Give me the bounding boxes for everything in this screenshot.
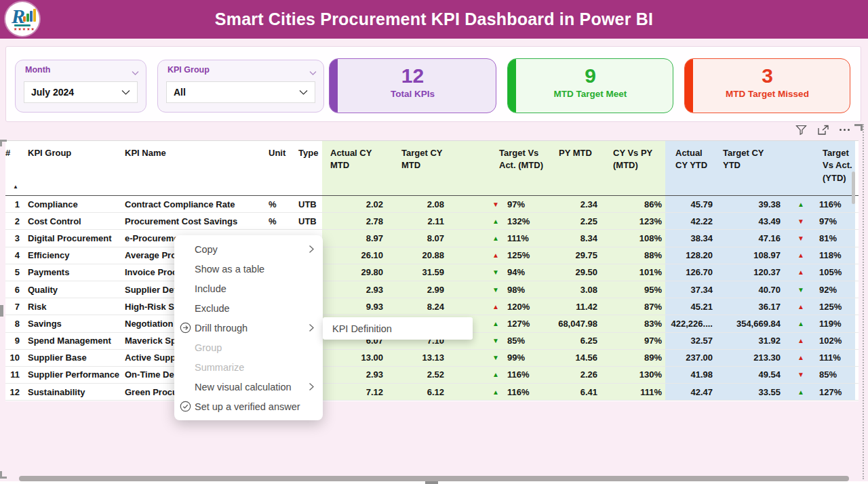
menu-item-label: Include [195,283,226,294]
row-number: 5 [5,264,22,281]
menu-item-group: Group [174,338,323,357]
spacer-cell [448,247,488,264]
actual-cy-mtd-cell: 8.97 [322,230,387,246]
logo-bar-icon [30,11,33,22]
filter-icon[interactable] [795,124,808,136]
resize-handle-top-right[interactable] [854,124,863,131]
cy-vs-py-cell: 83% [601,315,665,331]
kpi-group-dropdown-value: All [174,87,299,98]
column-header-kpi-name[interactable]: KPI Name [120,141,264,195]
mtd-arrow-icon: ▲ [488,367,503,383]
kpi-group-cell: Digital Procurement [22,230,120,246]
month-slicer-label: Month [25,65,50,75]
menu-item-include[interactable]: Include [174,279,323,298]
target-cy-mtd-cell: 2.52 [387,367,448,383]
menu-item-exclude[interactable]: Exclude [174,298,323,318]
menu-item-copy[interactable]: Copy [174,239,323,259]
column-header-py-mtd[interactable]: PY MTD [545,141,601,195]
mtd-variance-cell: 111% [503,230,545,246]
target-cy-mtd-cell: 2.99 [387,281,448,298]
page-scrollbar-thumb[interactable] [425,481,438,484]
mtd-arrow-icon: ▼ [488,196,503,212]
menu-item-set-up-a-verified-answer[interactable]: Set up a verified answer [174,397,323,416]
actual-cy-mtd-cell: 13.00 [322,350,387,366]
mtd-variance-cell: 116% [503,367,545,383]
table-row[interactable]: 5PaymentsInvoice Proce29.8031.59▼94%29.5… [5,264,859,281]
py-mtd-cell: 6.41 [545,384,601,400]
chevron-right-icon [309,245,315,254]
drill-through-submenu-item[interactable]: KPI Definition [323,317,473,340]
actual-cy-ytd-cell: 237.00 [665,350,716,366]
table-row[interactable]: 6QualitySupplier Defe2.932.99▼98%3.0895%… [5,281,859,298]
spacer-cell [448,230,488,246]
target-cy-mtd-cell: 8.24 [387,298,448,315]
chevron-down-icon[interactable] [132,66,139,79]
menu-item-new-visual-calculation[interactable]: New visual calculation [174,377,323,397]
column-header-kpi-group[interactable]: KPI Group [22,141,120,195]
kpi-group-cell: Spend Management [22,333,120,349]
visual-header-toolbar [795,124,851,136]
resize-handle-top-left[interactable] [0,140,7,146]
py-mtd-cell: 2.34 [545,196,601,212]
target-cy-ytd-cell: 40.70 [716,281,784,298]
chevron-down-icon[interactable] [309,66,317,79]
target-cy-mtd-cell: 31.59 [387,264,448,281]
menu-item-drill-through[interactable]: Drill through [174,318,323,338]
column-header-unit[interactable]: Unit [264,141,293,195]
table-row[interactable]: 1ComplianceContract Compliance Rate%UTB2… [5,196,859,213]
verified-answer-icon [180,401,195,412]
table-row[interactable]: 11Supplier PerformanceOn-Time Del2.932.5… [5,367,859,384]
column-header-target-cy-mtd[interactable]: Target CY MTD [387,141,448,195]
month-dropdown[interactable]: July 2024 [24,81,138,103]
py-mtd-cell: 68,047.98 [545,315,601,331]
column-header-target-vs-act-mtd[interactable]: Target Vs Act. (MTD) [488,141,545,195]
type-cell: UTB [293,213,322,229]
actual-cy-mtd-cell: 9.93 [322,298,387,315]
target-cy-ytd-cell: 120.37 [716,264,784,281]
target-cy-ytd-cell: 36.17 [716,298,784,315]
mtd-target-meet-card[interactable]: 9 MTD Target Meet [507,58,673,113]
table-vertical-scrollbar[interactable] [852,172,855,204]
spacer-cell [448,281,488,298]
spacer-cell [448,350,488,366]
column-header-target-cy-ytd[interactable]: Target CY YTD [716,141,784,195]
column-header-actual-cy-ytd[interactable]: Actual CY YTD [665,141,716,195]
more-options-icon[interactable] [838,124,851,136]
kpi-group-cell: Payments [22,264,120,281]
focus-mode-icon[interactable] [816,124,829,136]
resize-handle-bottom-left[interactable] [0,471,7,479]
table-row[interactable]: 12SustainabilityGreen Procur7.126.12▲116… [5,384,859,401]
py-mtd-cell: 29.75 [545,247,601,264]
table-row[interactable]: 2Cost ControlProcurement Cost Savings%UT… [5,213,859,230]
card-accent-bar [685,59,693,113]
target-cy-ytd-cell: 31.92 [716,333,784,349]
column-header-type[interactable]: Type [293,141,322,195]
table-row[interactable]: 3Digital Procuremente-Procurement Adopti… [5,230,859,247]
mtd-target-missed-card[interactable]: 3 MTD Target Missed [684,58,850,113]
column-header-actual-cy-mtd[interactable]: Actual CY MTD [322,141,387,195]
table-row[interactable]: 10Supplier BaseActive Suppli13.0013.13▼9… [5,350,859,367]
kpi-name-cell: Contract Compliance Rate [120,196,264,212]
table-row[interactable]: 7RiskHigh-Risk Su9.938.24▲120%11.4287%45… [5,298,859,315]
ytd-arrow-icon: ▲ [784,333,812,349]
resize-handle-middle-left[interactable] [0,305,3,317]
mtd-variance-cell: 94% [503,264,545,281]
kpi-group-dropdown[interactable]: All [166,81,315,103]
column-header-target-vs-act-ytd[interactable]: Target Vs Act. (YTD) [784,141,855,195]
table-row[interactable]: 4EfficiencyAverage Proc26.1020.88▲125%29… [5,247,859,264]
ytd-arrow-icon: ▲ [784,196,812,212]
menu-item-show-as-a-table[interactable]: Show as a table [174,259,323,279]
actual-cy-ytd-cell: 32.57 [665,333,716,349]
horizontal-scrollbar[interactable] [19,476,849,481]
total-kpis-card[interactable]: 12 Total KPIs [329,58,496,113]
ytd-arrow-icon: ▲ [784,384,812,400]
ytd-variance-cell: 119% [812,315,855,331]
sort-ascending-icon[interactable]: ▲ [13,184,18,190]
actual-cy-mtd-cell: 7.12 [322,384,387,400]
column-header-cy-vs-py-mtd[interactable]: CY Vs PY (MTD) [601,141,665,195]
cy-vs-py-cell: 95% [601,281,665,298]
logo-bar-icon [23,16,26,22]
row-number: 7 [5,298,22,315]
mtd-variance-cell: 98% [503,281,545,298]
actual-cy-mtd-cell: 2.78 [322,213,387,229]
